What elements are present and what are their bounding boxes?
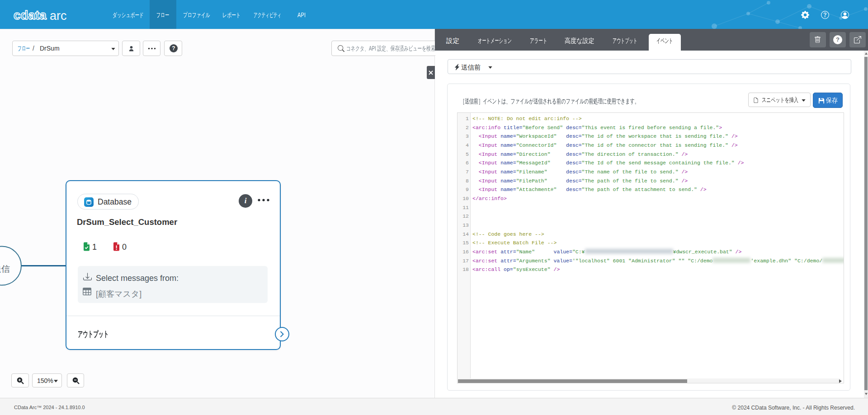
svg-text:arc: arc (50, 9, 67, 23)
svg-text:cdata: cdata (14, 9, 47, 22)
svg-text:送信: 送信 (0, 264, 10, 274)
